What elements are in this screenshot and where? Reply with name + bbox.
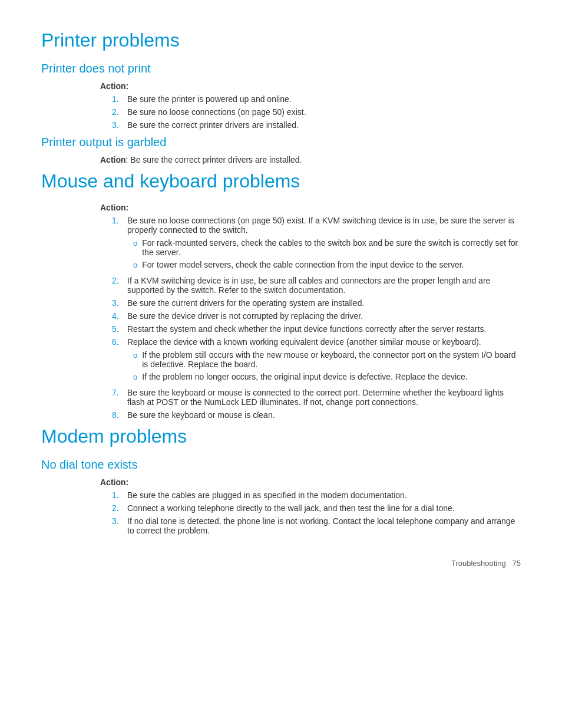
action-label-3: Action: (100, 477, 521, 487)
list-text: If a KVM switching device is in use, be … (127, 276, 521, 295)
printer-does-not-print-list: 1. Be sure the printer is powered up and… (112, 94, 521, 130)
sub-list-text: For tower model servers, check the cable… (142, 260, 521, 269)
list-num: 3. (112, 298, 124, 308)
list-text: If no dial tone is detected, the phone l… (127, 516, 521, 535)
action-inline-label: Action (100, 155, 126, 164)
list-item: 1. Be sure the printer is powered up and… (112, 94, 521, 104)
list-num: 7. (112, 388, 124, 397)
list-num: 4. (112, 311, 124, 321)
list-item: 2. Be sure no loose connections (on page… (112, 107, 521, 117)
printer-output-garbled-heading: Printer output is garbled (41, 136, 521, 149)
footer-text: Troubleshooting (451, 559, 506, 568)
list-text: Be sure the keyboard or mouse is clean. (127, 410, 521, 420)
mouse-keyboard-list: 1. Be sure no loose connections (on page… (112, 216, 521, 420)
list-text: Be sure the current drivers for the oper… (127, 298, 521, 308)
list-item: 1. Be sure the cables are plugged in as … (112, 490, 521, 500)
bullet-icon: o (133, 351, 137, 360)
action-label-2: Action: (100, 203, 521, 212)
list-item: 1. Be sure no loose connections (on page… (112, 216, 521, 272)
list-item: 3. Be sure the correct printer drivers a… (112, 120, 521, 130)
sub-list-text: If the problem still occurs with the new… (142, 350, 521, 369)
mouse-keyboard-action-section: Action: 1. Be sure no loose connections … (41, 203, 521, 420)
mouse-keyboard-heading: Mouse and keyboard problems (41, 170, 521, 192)
mouse-keyboard-section: Mouse and keyboard problems Action: 1. B… (41, 170, 521, 420)
list-item: 5. Restart the system and check whether … (112, 324, 521, 334)
sub-list-item: o If the problem no longer occurs, the o… (133, 372, 521, 381)
modem-problems-section: Modem problems No dial tone exists Actio… (41, 426, 521, 535)
sub-list-text: If the problem no longer occurs, the ori… (142, 372, 521, 381)
printer-problems-section: Printer problems Printer does not print … (41, 29, 521, 164)
page-footer: Troubleshooting 75 (41, 559, 521, 568)
sub-list-item: o For rack-mounted servers, check the ca… (133, 238, 521, 257)
list-item: 3. Be sure the current drivers for the o… (112, 298, 521, 308)
sub-list: o If the problem still occurs with the n… (133, 350, 521, 381)
action-label-1: Action: (100, 81, 521, 91)
bullet-icon: o (133, 261, 137, 269)
list-num: 3. (112, 120, 124, 130)
list-text: Be sure no loose connections (on page 50… (127, 107, 521, 117)
action-inline-text: : Be sure the correct printer drivers ar… (126, 155, 302, 164)
list-num: 1. (112, 216, 124, 225)
list-num: 6. (112, 337, 124, 347)
list-text: Be sure the device driver is not corrupt… (127, 311, 521, 321)
list-item: 3. If no dial tone is detected, the phon… (112, 516, 521, 535)
list-num: 2. (112, 276, 124, 285)
list-num: 5. (112, 324, 124, 334)
sub-list-text: For rack-mounted servers, check the cabl… (142, 238, 521, 257)
list-text: Connect a working telephone directly to … (127, 503, 521, 513)
sub-list-item: o For tower model servers, check the cab… (133, 260, 521, 269)
list-item: 2. If a KVM switching device is in use, … (112, 276, 521, 295)
sub-list-item: o If the problem still occurs with the n… (133, 350, 521, 369)
printer-problems-heading: Printer problems (41, 29, 521, 51)
action-inline-garbled: Action: Be sure the correct printer driv… (100, 155, 521, 164)
list-text: Be sure the keyboard or mouse is connect… (127, 388, 521, 407)
no-dial-tone-section: No dial tone exists Action: 1. Be sure t… (41, 458, 521, 535)
list-text: Be sure the cables are plugged in as spe… (127, 490, 521, 500)
bullet-icon: o (133, 239, 137, 248)
list-num: 2. (112, 503, 124, 513)
modem-problems-heading: Modem problems (41, 426, 521, 447)
list-item: 2. Connect a working telephone directly … (112, 503, 521, 513)
list-item: 6. Replace the device with a known worki… (112, 337, 521, 384)
list-text: Replace the device with a known working … (127, 337, 521, 384)
printer-does-not-print-heading: Printer does not print (41, 62, 521, 75)
sub-list: o For rack-mounted servers, check the ca… (133, 238, 521, 269)
printer-does-not-print-section: Printer does not print Action: 1. Be sur… (41, 62, 521, 130)
list-text: Be sure the correct printer drivers are … (127, 120, 521, 130)
no-dial-tone-heading: No dial tone exists (41, 458, 521, 472)
list-num: 8. (112, 410, 124, 420)
list-text: Restart the system and check whether the… (127, 324, 521, 334)
list-num: 2. (112, 107, 124, 117)
list-text: Be sure the printer is powered up and on… (127, 94, 521, 104)
list-text: Be sure no loose connections (on page 50… (127, 216, 521, 272)
printer-output-garbled-section: Printer output is garbled Action: Be sur… (41, 136, 521, 164)
list-item: 7. Be sure the keyboard or mouse is conn… (112, 388, 521, 407)
list-item: 8. Be sure the keyboard or mouse is clea… (112, 410, 521, 420)
bullet-icon: o (133, 373, 137, 381)
no-dial-tone-list: 1. Be sure the cables are plugged in as … (112, 490, 521, 535)
list-num: 1. (112, 94, 124, 104)
list-item: 4. Be sure the device driver is not corr… (112, 311, 521, 321)
list-num: 3. (112, 516, 124, 526)
list-num: 1. (112, 490, 124, 500)
footer-page-num: 75 (513, 559, 521, 568)
